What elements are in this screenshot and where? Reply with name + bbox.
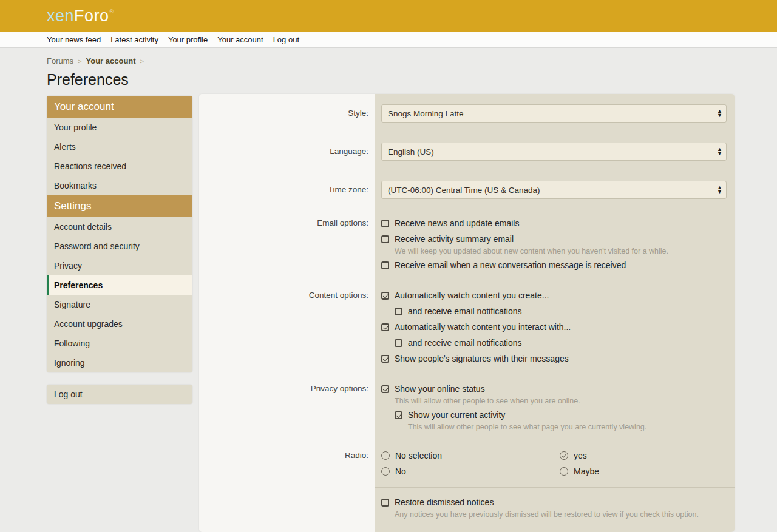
nav-link-latest-activity[interactable]: Latest activity: [110, 35, 158, 44]
sidebar-item-reactions-received[interactable]: Reactions received: [47, 157, 192, 176]
checkbox-label: Receive email when a new conversation me…: [395, 260, 626, 270]
unchecked-radio-icon[interactable]: [381, 467, 390, 476]
select-value: Snogs Morning Latte: [388, 109, 464, 118]
field-label-email-options: Email options:: [199, 209, 375, 281]
checkbox-label: Receive news and update emails: [395, 218, 519, 228]
radio-column: No selectionNo: [381, 450, 560, 481]
app-header: xenForo®: [0, 0, 777, 32]
checked-checkbox-icon[interactable]: [395, 411, 402, 419]
radio-row: No: [381, 465, 560, 477]
sidebar-item-following[interactable]: Following: [47, 334, 192, 353]
sidebar-item-alerts[interactable]: Alerts: [47, 137, 192, 157]
unchecked-checkbox-icon[interactable]: [395, 308, 402, 315]
timezone-select[interactable]: (UTC-06:00) Central Time (US & Canada)▲▼: [381, 181, 727, 199]
filler-label: [199, 528, 375, 532]
radio-label: Maybe: [574, 466, 599, 476]
checked-checkbox-icon[interactable]: [381, 292, 389, 300]
nav-link-your-account[interactable]: Your account: [217, 35, 263, 44]
nav-link-your-news-feed[interactable]: Your news feed: [47, 35, 101, 44]
field-label-radio: Radio:: [199, 441, 375, 487]
sidebar-item-preferences[interactable]: Preferences: [47, 275, 192, 295]
checked-checkbox-icon[interactable]: [381, 385, 389, 393]
form-row-style: Style:Snogs Morning Latte▲▼: [199, 94, 735, 132]
field-content-style: Snogs Morning Latte▲▼: [375, 94, 735, 132]
checkbox-label: and receive email notifications: [408, 338, 522, 348]
checkbox-label: Automatically watch content you create..…: [395, 291, 549, 300]
sidebar-item-signature[interactable]: Signature: [47, 295, 192, 314]
sidebar-section-header-settings: Settings: [47, 195, 192, 217]
checkbox-row: Restore dismissed notices: [381, 496, 727, 508]
unchecked-checkbox-icon[interactable]: [381, 235, 389, 243]
form-row-privacy-options: Privacy options:Show your online statusT…: [199, 374, 735, 441]
checkbox-label: Restore dismissed notices: [395, 497, 494, 507]
field-content-radio: No selectionNoyesMaybe: [375, 441, 735, 487]
unchecked-checkbox-icon[interactable]: [381, 220, 389, 227]
field-content-restore-notices: Restore dismissed noticesAny notices you…: [375, 487, 735, 528]
unchecked-radio-icon[interactable]: [381, 451, 390, 460]
unchecked-checkbox-icon[interactable]: [381, 261, 389, 269]
form-row-email-options: Email options:Receive news and update em…: [199, 209, 735, 281]
breadcrumb-item-your-account[interactable]: Your account: [86, 56, 136, 66]
filler-content: [375, 528, 735, 532]
xenforo-logo[interactable]: xenForo®: [47, 7, 114, 25]
breadcrumb-separator: >: [140, 58, 144, 65]
sidebar-section-header-your-account: Your account: [47, 96, 192, 118]
language-select[interactable]: English (US)▲▼: [381, 143, 727, 161]
checkbox-label: Receive activity summary email: [395, 234, 514, 244]
checkbox-label: and receive email notifications: [408, 306, 522, 316]
select-value: (UTC-06:00) Central Time (US & Canada): [388, 186, 540, 195]
unchecked-radio-icon[interactable]: [560, 467, 568, 476]
radio-label: No: [395, 466, 406, 476]
checkbox-row: and receive email notifications: [395, 337, 727, 349]
form-row-language: Language:English (US)▲▼: [199, 132, 735, 170]
logo-xen: xen: [47, 7, 74, 25]
checked-checkbox-icon[interactable]: [381, 355, 389, 363]
unchecked-checkbox-icon[interactable]: [395, 339, 402, 347]
field-content-privacy-options: Show your online statusThis will allow o…: [375, 374, 735, 441]
select-arrows-icon: ▲▼: [717, 109, 722, 118]
breadcrumb-item-forums[interactable]: Forums: [47, 56, 73, 66]
checkbox-row: Show your current activity: [395, 409, 727, 421]
field-label-restore-notices: [199, 487, 375, 528]
checkbox-label: Automatically watch content you interact…: [395, 322, 571, 332]
unchecked-checkbox-icon[interactable]: [381, 499, 389, 507]
checkbox-row: Automatically watch content you create..…: [381, 289, 727, 301]
field-label-style: Style:: [199, 94, 375, 132]
form-row-radio: Radio:No selectionNoyesMaybe: [199, 441, 735, 487]
help-text: This will allow other people to see when…: [395, 397, 727, 406]
checkbox-row: Receive activity summary email: [381, 233, 727, 245]
logo-registered-mark: ®: [110, 8, 114, 15]
select-arrows-icon: ▲▼: [717, 147, 722, 156]
sidebar-item-ignoring[interactable]: Ignoring: [47, 353, 192, 372]
checkbox-label: Show your online status: [395, 384, 485, 394]
sidebar-logout-button[interactable]: Log out: [47, 385, 192, 404]
top-navbar: Your news feedLatest activityYour profil…: [0, 32, 777, 48]
checkbox-label: Show your current activity: [408, 410, 505, 420]
help-text: Any notices you have previously dismisse…: [395, 510, 727, 519]
sidebar-item-your-profile[interactable]: Your profile: [47, 118, 192, 137]
field-content-language: English (US)▲▼: [375, 132, 735, 170]
checked-checkbox-icon[interactable]: [381, 323, 389, 331]
help-text: We will keep you updated about new conte…: [395, 247, 727, 256]
radio-label: yes: [574, 451, 587, 460]
style-select[interactable]: Snogs Morning Latte▲▼: [381, 104, 727, 123]
field-label-timezone: Time zone:: [199, 170, 375, 209]
radio-columns: No selectionNoyesMaybe: [381, 450, 727, 481]
field-label-privacy-options: Privacy options:: [199, 374, 375, 441]
checked-radio-icon[interactable]: [560, 451, 568, 460]
nav-link-log-out[interactable]: Log out: [273, 35, 299, 44]
radio-label: No selection: [395, 451, 442, 460]
sidebar-item-account-details[interactable]: Account details: [47, 217, 192, 237]
sidebar-item-bookmarks[interactable]: Bookmarks: [47, 176, 192, 195]
form-row-timezone: Time zone:(UTC-06:00) Central Time (US &…: [199, 170, 735, 209]
breadcrumb-separator: >: [78, 58, 81, 65]
form-row-restore-notices: Restore dismissed noticesAny notices you…: [199, 487, 735, 528]
sidebar-item-password-and-security[interactable]: Password and security: [47, 237, 192, 256]
sidebar-item-account-upgrades[interactable]: Account upgrades: [47, 314, 192, 334]
form-filler-row: [199, 528, 735, 532]
sidebar-item-privacy[interactable]: Privacy: [47, 256, 192, 275]
select-arrows-icon: ▲▼: [717, 186, 722, 194]
checkbox-label: Show people's signatures with their mess…: [395, 354, 569, 363]
nav-link-your-profile[interactable]: Your profile: [168, 35, 208, 44]
radio-row: No selection: [381, 450, 560, 462]
